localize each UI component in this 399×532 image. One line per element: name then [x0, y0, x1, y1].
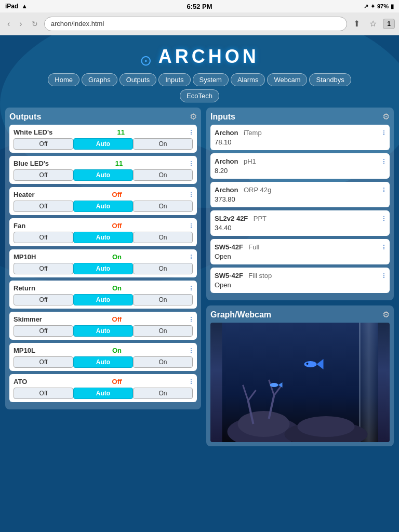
url-input[interactable] [44, 17, 348, 31]
outputs-gear-icon[interactable]: ⚙ [190, 112, 197, 122]
heater-name: Heater [14, 191, 45, 198]
input-full: SW5-42F Full ⫶ Open [210, 239, 390, 264]
mp10l-auto[interactable]: Auto [73, 356, 133, 368]
mp10h-on[interactable]: On [133, 263, 193, 274]
back-button[interactable]: ‹ [4, 17, 13, 31]
ato-auto[interactable]: Auto [73, 388, 133, 399]
ppt-source: SL2v2 42F [215, 215, 248, 222]
white-leds-settings-icon[interactable]: ⫶ [189, 128, 193, 136]
fan-value: Off [112, 222, 122, 230]
ppt-settings-icon[interactable]: ⫶ [382, 214, 385, 222]
ph1-label: pH1 [244, 157, 256, 165]
inputs-title: Inputs [210, 112, 235, 122]
nav-menu: Home Graphs Outputs Inputs System Alarms… [5, 73, 394, 86]
itemp-settings-icon[interactable]: ⫶ [382, 128, 385, 137]
logo-text: ARCHON [158, 46, 259, 67]
mp10h-settings-icon[interactable]: ⫶ [189, 252, 193, 261]
forward-button[interactable]: › [16, 17, 25, 31]
return-value: On [112, 284, 122, 292]
mp10h-off[interactable]: Off [14, 263, 73, 274]
share-button[interactable]: ⬆ [350, 17, 363, 31]
nav-alarms[interactable]: Alarms [231, 73, 265, 86]
itemp-label: iTemp [244, 129, 262, 137]
nav-system[interactable]: System [193, 73, 229, 86]
skimmer-off[interactable]: Off [14, 325, 73, 337]
nav-ecotech[interactable]: EcoTech [180, 89, 219, 102]
inputs-header: Inputs ⚙ [210, 112, 390, 122]
skimmer-on[interactable]: On [133, 325, 193, 337]
nav-home[interactable]: Home [48, 73, 79, 86]
fan-settings-icon[interactable]: ⫶ [189, 221, 193, 230]
nav-graphs[interactable]: Graphs [82, 73, 117, 86]
mp10h-value: On [112, 253, 122, 261]
output-heater: Heater Off ⫶ Off Auto On [9, 187, 197, 215]
return-auto[interactable]: Auto [73, 294, 133, 305]
skimmer-settings-icon[interactable]: ⫶ [189, 315, 193, 323]
white-leds-on[interactable]: On [133, 138, 193, 150]
webcam-title: Graph/Webcam [210, 310, 271, 320]
webcam-gear-icon[interactable]: ⚙ [382, 310, 390, 320]
svg-point-16 [270, 383, 278, 387]
skimmer-auto[interactable]: Auto [73, 325, 133, 337]
skimmer-name: Skimmer [14, 315, 45, 323]
blue-leds-settings-icon[interactable]: ⫶ [189, 159, 193, 167]
output-return: Return On ⫶ Off Auto On [9, 281, 197, 309]
input-ppt: SL2v2 42F PPT ⫶ 34.40 [210, 210, 390, 236]
heater-off[interactable]: Off [14, 201, 73, 212]
nav-outputs[interactable]: Outputs [119, 73, 157, 86]
mp10l-on[interactable]: On [133, 356, 193, 368]
ato-settings-icon[interactable]: ⫶ [189, 377, 193, 385]
white-leds-auto[interactable]: Auto [73, 138, 133, 150]
ph1-value: 8.20 [215, 166, 385, 176]
inputs-gear-icon[interactable]: ⚙ [382, 112, 390, 122]
fillstop-source: SW5-42F [215, 272, 243, 280]
ato-off[interactable]: Off [14, 388, 73, 399]
output-skimmer: Skimmer Off ⫶ Off Auto On [9, 312, 197, 340]
return-name: Return [14, 284, 45, 292]
wifi-icon: ▲ [21, 3, 28, 10]
nav-ecotech-row: EcoTech [5, 89, 394, 102]
return-off[interactable]: Off [14, 294, 73, 305]
nav-webcam[interactable]: Webcam [267, 73, 307, 86]
outputs-header: Outputs ⚙ [9, 112, 197, 122]
signal-icon: ✦ [370, 3, 375, 10]
mp10h-name: MP10H [14, 253, 45, 261]
ato-on[interactable]: On [133, 388, 193, 399]
heater-auto[interactable]: Auto [73, 201, 133, 212]
tab-count[interactable]: 1 [383, 19, 395, 29]
heater-settings-icon[interactable]: ⫶ [189, 190, 193, 198]
mp10l-off[interactable]: Off [14, 356, 73, 368]
fan-off[interactable]: Off [14, 232, 73, 243]
white-leds-off[interactable]: Off [14, 138, 73, 150]
fan-name: Fan [14, 222, 45, 230]
mp10h-auto[interactable]: Auto [73, 263, 133, 274]
return-settings-icon[interactable]: ⫶ [189, 284, 193, 292]
full-source: SW5-42F [215, 243, 243, 251]
white-leds-value: 11 [117, 128, 124, 136]
refresh-button[interactable]: ↻ [29, 18, 41, 30]
nav-standbys[interactable]: Standbys [309, 73, 351, 86]
nav-inputs[interactable]: Inputs [158, 73, 190, 86]
blue-leds-on[interactable]: On [133, 169, 193, 181]
mp10l-settings-icon[interactable]: ⫶ [189, 346, 193, 354]
output-mp10h: MP10H On ⫶ Off Auto On [9, 249, 197, 277]
full-value: Open [215, 251, 385, 261]
fillstop-settings-icon[interactable]: ⫶ [382, 271, 385, 280]
fillstop-label: Fill stop [248, 272, 272, 280]
fan-on[interactable]: On [133, 232, 193, 243]
status-right: ↗ ✦ 97% ▮ [364, 3, 394, 10]
blue-leds-off[interactable]: Off [14, 169, 73, 181]
svg-point-6 [298, 416, 355, 437]
status-time: 6:52 PM [187, 3, 212, 10]
blue-leds-auto[interactable]: Auto [73, 169, 133, 181]
battery-level: 97% [377, 3, 389, 9]
fillstop-value: Open [215, 280, 385, 290]
ph1-settings-icon[interactable]: ⫶ [382, 157, 385, 165]
input-ph1: Archon pH1 ⫶ 8.20 [210, 153, 390, 179]
return-on[interactable]: On [133, 294, 193, 305]
heater-on[interactable]: On [133, 201, 193, 212]
bookmark-button[interactable]: ☆ [366, 17, 380, 31]
fan-auto[interactable]: Auto [73, 232, 133, 243]
full-settings-icon[interactable]: ⫶ [382, 243, 385, 251]
orp-settings-icon[interactable]: ⫶ [382, 185, 385, 194]
